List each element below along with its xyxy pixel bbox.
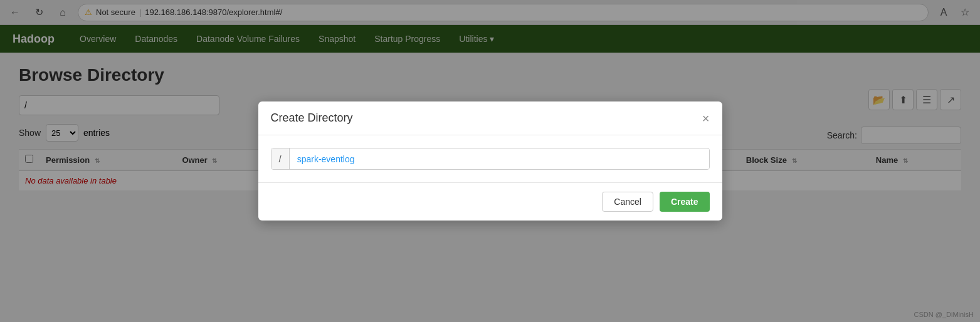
modal-close-button[interactable]: ×: [702, 112, 710, 125]
create-button[interactable]: Create: [660, 192, 710, 212]
directory-name-input[interactable]: [290, 149, 709, 169]
modal-footer: Cancel Create: [258, 182, 722, 221]
cancel-button[interactable]: Cancel: [602, 192, 653, 212]
modal-header: Create Directory ×: [258, 101, 722, 135]
directory-prefix: /: [271, 148, 290, 169]
modal-title: Create Directory: [271, 112, 353, 125]
create-directory-modal: Create Directory × / Cancel Create: [258, 101, 722, 221]
directory-input-row: /: [271, 148, 710, 170]
modal-overlay: Create Directory × / Cancel Create: [0, 0, 980, 322]
modal-body: /: [258, 135, 722, 182]
